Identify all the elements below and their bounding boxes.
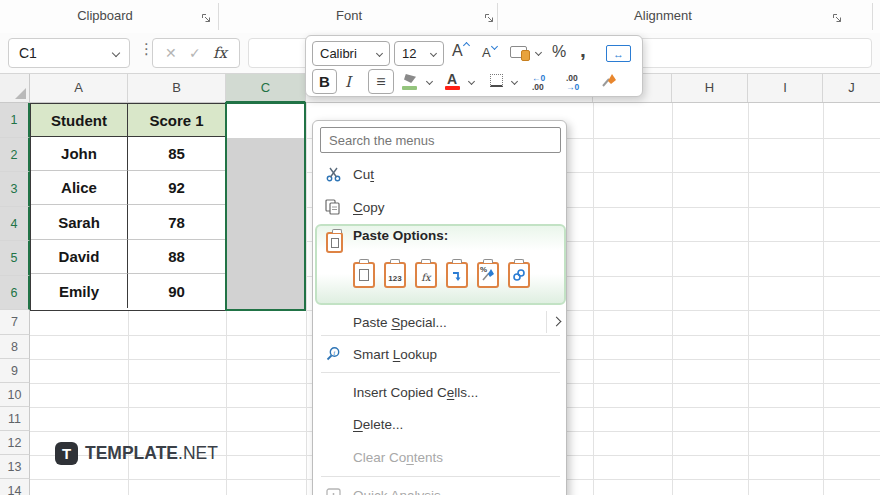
column-header-i[interactable]: I [748,74,823,102]
percent-style-button[interactable]: % [552,43,566,61]
decrease-decimal-button[interactable]: .00 →0 [566,74,579,91]
gridline [672,103,673,495]
font-color-icon[interactable]: A [447,71,457,87]
menu-item-smart-lookup[interactable]: i Smart Lookup [313,339,568,369]
select-all-button[interactable] [0,74,30,102]
paste-options-icons: 123 fx % [353,262,530,288]
accounting-format-icon[interactable] [510,46,527,58]
name-box-chevron-down-icon[interactable] [112,49,120,57]
merge-center-icon[interactable]: ↔ [606,45,631,62]
cell-a6[interactable]: Emily [31,274,128,308]
cell-a3[interactable]: Alice [31,171,128,205]
align-center-button[interactable]: ≡ [368,69,394,94]
format-painter-icon[interactable] [600,72,618,93]
menu-item-paste-special[interactable]: Paste Special... [313,307,568,337]
borders-chevron-icon[interactable] [511,78,518,85]
row-header-8[interactable]: 8 [0,335,30,359]
cell-b3[interactable]: 92 [128,171,225,205]
font-color-bar [445,86,460,90]
enter-icon[interactable]: ✓ [189,45,201,61]
menu-item-cut[interactable]: Cut [313,159,568,189]
formula-buttons: ✕ ✓ fx [152,38,240,68]
row-header-3[interactable]: 3 [0,172,30,207]
row-header-13[interactable]: 13 [0,455,30,479]
context-menu: Cut Copy Paste Options: 123 fx % Paste S… [312,120,567,495]
menu-separator [321,335,560,336]
font-size-combo[interactable]: 12 [394,41,444,66]
column-header-h[interactable]: H [672,74,748,102]
column-header-b[interactable]: B [128,74,226,102]
paste-values-icon[interactable]: 123 [384,262,406,288]
row-header-5[interactable]: 5 [0,241,30,276]
name-box[interactable]: C1 [8,38,130,68]
menu-item-quick-analysis[interactable]: Quick Analysis [313,480,568,495]
cell-b2[interactable]: 85 [128,137,225,171]
font-name-combo[interactable]: Calibri [312,41,390,66]
column-header-j[interactable]: J [823,74,880,102]
menu-separator [321,372,560,373]
menu-item-delete[interactable]: Delete... [313,409,568,439]
font-color-chevron-icon[interactable] [468,78,475,85]
comma-style-button[interactable]: , [580,38,586,62]
cell-a1[interactable]: Student [31,104,128,137]
paste-transpose-icon[interactable] [446,262,468,288]
mini-toolbar: Calibri 12 A A % , ↔ B I ≡ A ←0 .00 [305,35,643,97]
row-header-12[interactable]: 12 [0,431,30,455]
cell-b5[interactable]: 88 [128,240,225,274]
ribbon-group-alignment-label: Alignment [618,8,708,23]
cell-a4[interactable]: Sarah [31,205,128,240]
row-header-10[interactable]: 10 [0,383,30,407]
quick-analysis-icon [313,488,353,495]
name-box-value: C1 [19,45,37,61]
ribbon-separator [497,3,498,30]
column-header-c[interactable]: C [226,74,306,103]
accounting-format-chevron-icon[interactable] [535,49,542,56]
insert-function-icon[interactable]: fx [213,44,227,62]
svg-text:i: i [333,349,335,357]
fill-color-icon[interactable] [404,74,416,83]
column-header-a[interactable]: A [30,74,128,102]
menu-search-input[interactable] [320,127,561,153]
ribbon-group-font-label: Font [304,8,394,23]
cell-b6[interactable]: 90 [128,274,225,308]
cell-b4[interactable]: 78 [128,205,225,240]
row-header-7[interactable]: 7 [0,310,30,335]
font-size-value: 12 [395,46,431,61]
cell-b1[interactable]: Score 1 [128,104,225,137]
row-header-14[interactable]: 14 [0,479,30,495]
alignment-dialog-launcher-icon[interactable] [832,10,843,28]
grow-font-button[interactable]: A [452,42,468,60]
menu-item-insert-copied-cells[interactable]: Insert Copied Cells... [313,377,568,407]
borders-icon[interactable] [490,74,503,87]
row-header-9[interactable]: 9 [0,359,30,383]
cell-a2[interactable]: John [31,137,128,171]
shrink-font-button[interactable]: A [482,45,496,60]
increase-decimal-button[interactable]: ←0 .00 [532,74,545,91]
ribbon-group-strip: Clipboard Font Alignment [0,0,880,34]
gridline [593,103,594,495]
row-header-11[interactable]: 11 [0,407,30,431]
cancel-icon[interactable]: ✕ [165,45,177,61]
row-header-1[interactable]: 1 [0,103,30,138]
chevron-down-icon [376,50,383,57]
fill-color-chevron-icon[interactable] [426,78,433,85]
fill-color-bar [402,86,417,90]
menu-separator [321,476,560,477]
paste-formatting-icon[interactable]: % [477,262,499,288]
paste-icon[interactable] [353,262,375,288]
row-header-2[interactable]: 2 [0,138,30,172]
cell-a5[interactable]: David [31,240,128,274]
font-dialog-launcher-icon[interactable] [484,10,495,28]
row-header-4[interactable]: 4 [0,207,30,241]
row-header-6[interactable]: 6 [0,276,30,310]
menu-item-copy[interactable]: Copy [313,192,568,222]
clipboard-dialog-launcher-icon[interactable] [201,10,212,28]
paste-formulas-icon[interactable]: fx [415,262,437,288]
menu-item-clear-contents[interactable]: Clear Contents [313,442,568,472]
gridline [748,103,749,495]
italic-button[interactable]: I [345,73,351,91]
paste-link-icon[interactable] [508,262,530,288]
ribbon-group-clipboard-label: Clipboard [60,8,150,23]
bold-button[interactable]: B [312,69,337,94]
excel-window: Clipboard Font Alignment C1 ⋮ ✕ ✓ fx A B… [0,0,880,495]
